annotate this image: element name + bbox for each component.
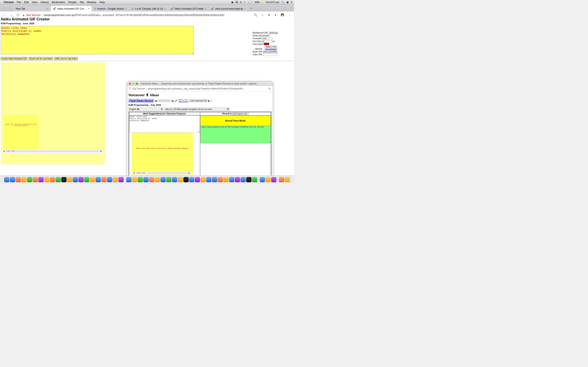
window-maximize[interactable] — [9, 8, 12, 10]
tab-close-icon[interactable]: × — [88, 7, 90, 10]
dock-app[interactable] — [160, 177, 166, 182]
dock-app[interactable] — [95, 177, 101, 182]
dock-app[interactable] — [271, 177, 277, 182]
dock-app[interactable] — [252, 177, 257, 182]
window-minimize[interactable] — [6, 8, 8, 10]
dock-safari[interactable] — [21, 177, 26, 182]
info-icon[interactable]: ⓘ — [129, 87, 131, 90]
mic-icon[interactable]: 🎤 — [175, 100, 178, 102]
play-icon[interactable]: ▶ — [208, 100, 210, 102]
menu-tab[interactable]: Tab — [79, 1, 84, 4]
dock-folder[interactable] — [279, 177, 284, 182]
popup-close[interactable] — [129, 83, 131, 85]
dock-itunes[interactable] — [107, 177, 112, 182]
menu-help[interactable]: Help — [99, 1, 105, 4]
new-tab-button[interactable]: + — [248, 5, 254, 11]
dock-app[interactable] — [260, 177, 265, 182]
dock-app[interactable] — [84, 177, 89, 182]
dock-xd[interactable] — [223, 177, 229, 182]
wifi-icon[interactable]: ⋮⋰ — [247, 1, 253, 4]
dock-finder[interactable] — [4, 177, 9, 182]
audio-track[interactable] — [16, 151, 99, 151]
create-gif-button[interactable]: Create Haiku Animated GIF — [1, 57, 27, 60]
play-icon[interactable]: ▶ — [134, 172, 135, 174]
dock-app[interactable] — [229, 177, 234, 182]
app-menu[interactable]: Chrome — [4, 1, 14, 4]
bluetooth-icon[interactable]: ᚼ — [244, 1, 245, 4]
dock-app[interactable] — [235, 177, 240, 182]
tab-3[interactable]: M s w at Tuesday 14th of Jul × — [129, 6, 168, 11]
words-textarea[interactable] — [129, 115, 200, 133]
sms-link-button[interactable]: SMS Link for Last Haiku — [54, 57, 78, 60]
popup-titlebar[interactable]: Voiceover ideas ... Supervise and synchr… — [127, 81, 273, 86]
popup-url[interactable]: rjmprogramming.com.au/macos_say_record.p… — [148, 87, 267, 90]
audio-separated-select[interactable]: Audio Separated — [189, 99, 207, 102]
dock-app[interactable] — [149, 177, 154, 182]
audio-player[interactable]: ▶ 0:00 / 0:00 🔊 — [2, 149, 104, 153]
tab-0[interactable]: New Tab × — [14, 6, 51, 11]
status-m-icon[interactable]: Ⓜ — [235, 0, 238, 4]
menu-window[interactable]: Window — [87, 1, 96, 4]
video-url-input[interactable] — [263, 54, 277, 56]
dock-app[interactable] — [155, 177, 160, 182]
dock-firefox[interactable] — [138, 177, 143, 182]
dock-app[interactable] — [27, 177, 32, 182]
dock-app[interactable] — [101, 177, 107, 182]
tab-5[interactable]: 🚀 view-source:www.rjmprog × — [209, 6, 248, 11]
window-close[interactable] — [2, 8, 5, 10]
dock-app[interactable] — [61, 177, 67, 182]
dock-app[interactable] — [178, 177, 183, 182]
dock-launchpad[interactable] — [16, 177, 21, 182]
flash-record-button[interactable]: Flash Player Record — [129, 99, 154, 103]
volume-icon[interactable]: 🔊 — [188, 172, 190, 174]
status-generic-icon[interactable]: ◆ — [231, 1, 233, 4]
dock-app[interactable] — [33, 177, 38, 182]
tab-close-icon[interactable]: × — [164, 7, 166, 10]
menu-bookmarks[interactable]: Bookmarks — [52, 1, 65, 4]
optional-button[interactable]: Below ☐ RaNew Window — [265, 46, 277, 50]
dock-app[interactable] — [90, 177, 95, 182]
dock-app[interactable] — [200, 177, 206, 182]
menu-view[interactable]: View — [32, 1, 37, 4]
dock-app[interactable] — [50, 177, 55, 182]
search-icon[interactable]: 🔍 — [268, 87, 271, 90]
dock-app[interactable] — [246, 177, 251, 182]
fontname-input[interactable] — [262, 38, 273, 40]
dock-messages[interactable] — [67, 177, 72, 182]
dock-app[interactable] — [172, 177, 177, 182]
voice-select[interactable]: Alex en_US Most people recognize me by m… — [164, 108, 230, 111]
dock-app[interactable] — [218, 177, 223, 182]
dock-app[interactable] — [183, 177, 189, 182]
language-select[interactable]: English 🇬🇧 — [129, 108, 164, 111]
dock-app[interactable] — [78, 177, 84, 182]
dock-app[interactable] — [166, 177, 172, 182]
haiku-textarea[interactable] — [1, 26, 194, 54]
delay-input[interactable] — [259, 35, 270, 37]
dock-trash[interactable] — [285, 177, 290, 182]
popup-audio-player[interactable]: ▶ 0:00 / 0:00 🔊 — [132, 171, 192, 175]
dock-calendar[interactable] — [38, 177, 44, 182]
popup-minimize[interactable] — [132, 83, 135, 85]
dock-app[interactable] — [126, 177, 131, 182]
dock-app[interactable] — [56, 177, 61, 182]
popup-audio-track[interactable] — [146, 173, 187, 173]
siri-icon[interactable]: ◉ — [286, 1, 289, 4]
play-icon[interactable]: ▶ — [4, 150, 5, 152]
fontsize-input[interactable] — [262, 40, 272, 43]
clock[interactable]: Tue 9:57 pm — [265, 1, 279, 4]
dock-app[interactable] — [118, 177, 124, 182]
tab-close-icon[interactable]: × — [47, 7, 48, 10]
dock-app[interactable] — [132, 177, 137, 182]
dock-app[interactable] — [212, 177, 217, 182]
dock-appstore[interactable] — [113, 177, 118, 182]
tab-1[interactable]: 🚀 Haiku Animated GIF Create × — [51, 6, 92, 11]
dock-siri[interactable] — [10, 177, 15, 182]
record-words-button[interactable]: Record These Words — [200, 116, 271, 126]
dock-chrome[interactable] — [143, 177, 149, 182]
dock-filezilla[interactable] — [241, 177, 246, 182]
tab-close-icon[interactable]: × — [125, 7, 127, 10]
menu-edit[interactable]: Edit — [24, 1, 29, 4]
audio-url-input[interactable] — [263, 51, 277, 53]
menu-file[interactable]: File — [17, 1, 21, 4]
media-url-input[interactable] — [158, 100, 171, 102]
